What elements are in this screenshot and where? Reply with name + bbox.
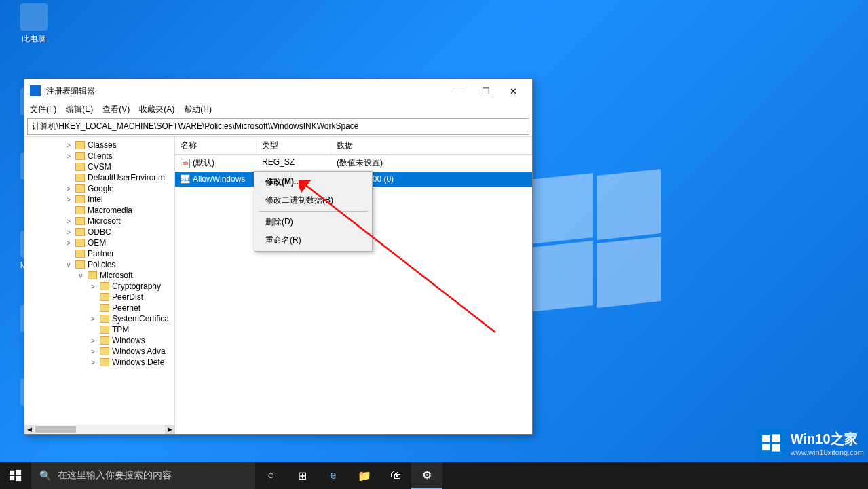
svg-rect-5 xyxy=(772,444,780,451)
list-row[interactable]: ab(默认)REG_SZ(数值未设置) xyxy=(175,155,532,172)
expand-icon[interactable]: > xyxy=(64,229,73,236)
folder-icon xyxy=(100,336,109,345)
tree-label: DefaultUserEnvironm xyxy=(88,173,165,182)
menu-file[interactable]: 文件(F) xyxy=(30,104,56,115)
maximize-button[interactable]: ☐ xyxy=(472,83,499,98)
tree-label: Windows Adva xyxy=(112,347,166,356)
ctx-modify[interactable]: 修改(M)... xyxy=(256,173,371,191)
tree-node[interactable]: vPolicies xyxy=(27,259,174,270)
tree-node[interactable]: >ODBC xyxy=(27,227,174,237)
value-name: (默认) xyxy=(193,157,214,169)
tree-node[interactable]: Macromedia xyxy=(27,205,174,216)
tree-node[interactable]: >Windows xyxy=(27,335,174,346)
tree-label: Cryptography xyxy=(112,281,161,291)
menu-view[interactable]: 查看(V) xyxy=(102,104,130,115)
value-type: REG_SZ xyxy=(257,156,331,170)
tree-node[interactable]: >Cryptography xyxy=(27,281,174,292)
desktop-icon-thispc[interactable]: 此电脑 xyxy=(10,3,58,45)
menu-edit[interactable]: 编辑(E) xyxy=(66,104,93,115)
col-data[interactable]: 数据 xyxy=(331,137,532,154)
expand-icon[interactable]: > xyxy=(89,359,97,366)
tree-label: Peernet xyxy=(112,303,140,313)
svg-rect-8 xyxy=(10,476,14,480)
scroll-left-arrow[interactable]: ◀ xyxy=(24,425,34,434)
titlebar[interactable]: 注册表编辑器 — ☐ ✕ xyxy=(24,79,532,102)
folder-icon xyxy=(75,260,85,269)
tree-node[interactable]: >Windows Defe xyxy=(27,357,174,368)
start-button[interactable] xyxy=(0,462,31,489)
expand-icon[interactable]: > xyxy=(64,196,73,203)
tree-node[interactable]: >Intel xyxy=(27,194,174,205)
tree-node[interactable]: >Clients xyxy=(27,151,174,161)
window-title: 注册表编辑器 xyxy=(46,85,445,97)
cortana-button[interactable]: ○ xyxy=(255,462,286,489)
col-name[interactable]: 名称 xyxy=(175,137,257,154)
folder-icon xyxy=(100,293,109,301)
taskview-button[interactable]: ⊞ xyxy=(286,462,318,489)
col-type[interactable]: 类型 xyxy=(257,137,331,154)
tree-node[interactable]: >Microsoft xyxy=(27,216,174,227)
expand-icon[interactable]: > xyxy=(64,185,73,193)
tree-label: Macromedia xyxy=(88,206,132,215)
folder-icon xyxy=(88,271,97,279)
regedit-taskbar-icon[interactable]: ⚙ xyxy=(411,462,442,489)
tree-node[interactable]: >Classes xyxy=(27,140,174,151)
expand-icon[interactable]: > xyxy=(89,348,97,355)
ctx-rename[interactable]: 重命名(R) xyxy=(256,231,371,250)
folder-icon xyxy=(75,250,85,258)
expand-icon[interactable]: > xyxy=(64,218,73,225)
explorer-taskbar-icon[interactable]: 📁 xyxy=(349,462,380,489)
tree-node[interactable]: CVSM xyxy=(27,161,174,172)
regedit-icon xyxy=(30,85,41,96)
menu-favorites[interactable]: 收藏夹(A) xyxy=(139,104,174,115)
edge-taskbar-icon[interactable]: e xyxy=(318,462,349,489)
expand-icon[interactable]: v xyxy=(77,272,85,279)
ctx-delete[interactable]: 删除(D) xyxy=(256,213,371,231)
close-button[interactable]: ✕ xyxy=(499,83,527,98)
tree-node[interactable]: >Windows Adva xyxy=(27,346,174,357)
svg-rect-6 xyxy=(10,471,14,475)
search-box[interactable]: 🔍 在这里输入你要搜索的内容 xyxy=(31,462,255,489)
expand-icon[interactable]: > xyxy=(64,142,73,149)
tree-node[interactable]: TPM xyxy=(27,324,174,335)
tree-label: Microsoft xyxy=(100,271,133,280)
svg-rect-9 xyxy=(16,476,21,481)
folder-icon xyxy=(100,347,109,355)
folder-icon xyxy=(75,163,85,171)
tree-node[interactable]: Peernet xyxy=(27,302,174,313)
taskbar: 🔍 在这里输入你要搜索的内容 ○ ⊞ e 📁 🛍 ⚙ xyxy=(0,462,868,489)
expand-icon[interactable]: > xyxy=(64,153,73,160)
address-bar[interactable]: 计算机\HKEY_LOCAL_MACHINE\SOFTWARE\Policies… xyxy=(27,118,529,135)
tree-view[interactable]: >Classes>ClientsCVSMDefaultUserEnvironm>… xyxy=(24,137,175,434)
search-placeholder: 在这里输入你要搜索的内容 xyxy=(58,469,172,482)
horizontal-scrollbar[interactable]: ◀ ▶ xyxy=(24,425,174,434)
menu-help[interactable]: 帮助(H) xyxy=(184,104,212,115)
folder-icon xyxy=(75,184,85,193)
tree-label: SystemCertifica xyxy=(112,314,169,324)
search-icon: 🔍 xyxy=(39,470,51,481)
scroll-thumb[interactable] xyxy=(35,426,76,433)
folder-icon xyxy=(75,206,85,214)
folder-icon xyxy=(75,239,85,247)
expand-icon[interactable]: > xyxy=(64,239,73,247)
tree-node[interactable]: vMicrosoft xyxy=(27,270,174,281)
tree-label: TPM xyxy=(112,325,129,334)
tree-node[interactable]: Partner xyxy=(27,248,174,259)
store-taskbar-icon[interactable]: 🛍 xyxy=(380,462,411,489)
tree-node[interactable]: >Google xyxy=(27,183,174,194)
expand-icon[interactable]: v xyxy=(64,261,73,269)
expand-icon[interactable]: > xyxy=(89,315,97,323)
tree-node[interactable]: >OEM xyxy=(27,237,174,248)
tree-node[interactable]: DefaultUserEnvironm xyxy=(27,172,174,183)
scroll-right-arrow[interactable]: ▶ xyxy=(165,425,174,434)
ctx-modify-binary[interactable]: 修改二进制数据(B) xyxy=(256,191,371,210)
watermark-url: www.win10xitong.com xyxy=(791,448,864,456)
tree-node[interactable]: PeerDist xyxy=(27,292,174,302)
minimize-button[interactable]: — xyxy=(445,83,472,98)
expand-icon[interactable]: > xyxy=(89,283,97,290)
tree-label: Windows xyxy=(112,336,145,345)
svg-rect-2 xyxy=(762,435,770,442)
tree-node[interactable]: >SystemCertifica xyxy=(27,313,174,324)
windows-logo-bg xyxy=(529,176,664,312)
expand-icon[interactable]: > xyxy=(89,337,97,345)
